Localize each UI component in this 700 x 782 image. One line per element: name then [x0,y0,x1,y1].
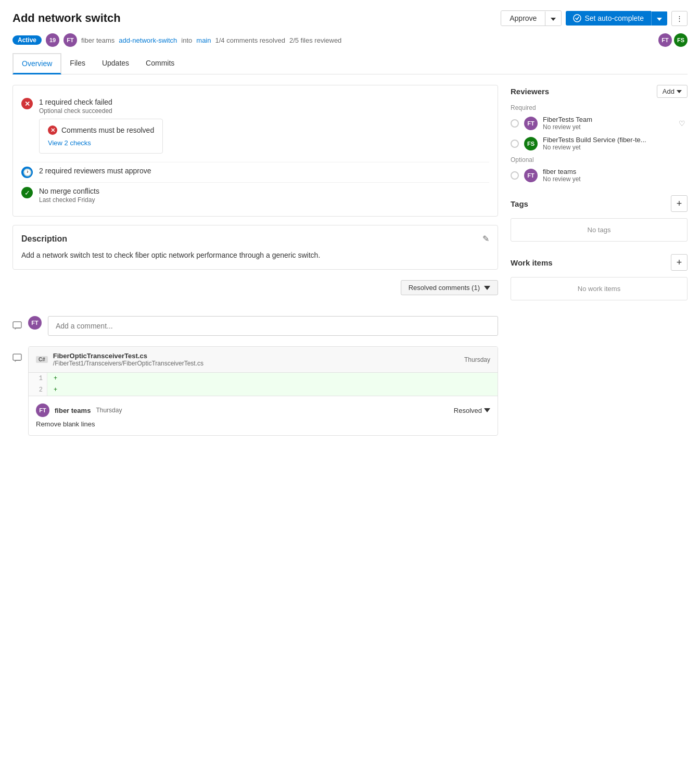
file-path: /FiberTest1/Transceivers/FiberOpticTrans… [53,360,203,367]
subtitle-bar: Active 19 FT fiber teams add-network-swi… [12,33,688,47]
avatar-group-right: FT FS [658,33,688,47]
resolved-comments-button[interactable]: Resolved comments (1) [401,280,498,295]
comments-resolved: 1/4 comments resolved [215,36,285,44]
add-reviewer-label: Add [663,87,674,95]
autocomplete-dropdown-button[interactable] [651,11,667,26]
code-line-2: 2 + [29,384,498,396]
tags-title: Tags [511,199,528,208]
into-text: into [181,36,192,44]
comment-section: FT [12,316,498,336]
reviewer-comment: FT fiber teams Thursday Resolved Remove … [29,396,498,435]
reviewer-avatar-ft-opt: FT [524,169,538,182]
reviewer-3-name: fiber teams [543,168,688,175]
reviewer-avatar: FT [36,403,49,417]
add-tag-button[interactable]: + [671,195,688,212]
autocomplete-label: Set auto-complete [584,14,644,22]
avatar-fs-right: FS [674,33,688,47]
reviewer-3-status: No review yet [543,175,688,183]
code-lines: 1 + 2 + [29,373,498,396]
status-badge: Active [12,35,42,45]
reviewer-info-2: FiberTests Build Service (fiber-te... No… [543,136,688,151]
line-content-1: + [47,373,498,384]
reviewer-item-fibertests-team: FT FiberTests Team No review yet ♡ [511,116,688,131]
reviewer-2-name: FiberTests Build Service (fiber-te... [543,136,688,144]
resolved-status: Resolved [454,407,482,414]
no-work-items-text: No work items [578,285,620,293]
no-merge-title: No merge conflicts [39,187,99,195]
code-line-1: 1 + [29,373,498,384]
more-options-button[interactable]: ⋮ [671,11,688,26]
approve-button-group: Approve [501,10,562,26]
no-tags-text: No tags [588,226,611,234]
resolved-badge[interactable]: Resolved [454,407,490,414]
autocomplete-button-group: Set auto-complete [566,11,667,26]
branch-into-link[interactable]: main [196,36,211,44]
work-items-section: Work items + No work items [511,254,688,300]
approve-dropdown-button[interactable] [545,11,561,26]
reviewers-section: Reviewers Add Required FT FiberTests Tea… [511,85,688,183]
avatar-ft-right: FT [658,33,672,47]
tab-updates[interactable]: Updates [94,54,137,74]
comment-side-icon [12,321,22,332]
error-icon: ✕ [21,98,33,109]
file-date: Thursday [464,356,490,363]
tab-commits[interactable]: Commits [137,54,183,74]
reviewer-info-1: FiberTests Team No review yet [543,116,671,131]
reviewer-badge-icon-1: ♡ [676,118,688,129]
comment-input[interactable] [48,316,498,336]
reviewer-date: Thursday [96,407,122,414]
status-reviewers: 🕐 2 required reviewers must approve [21,162,489,182]
file-comment-header: C# FiberOpticTransceiverTest.cs /FiberTe… [29,347,498,373]
reviewer-1-name: FiberTests Team [543,116,671,123]
status-card: ✕ 1 required check failed Optional check… [12,85,498,217]
line-content-2: + [47,384,498,396]
page-title: Add network switch [12,11,121,25]
reviewers-title: 2 required reviewers must approve [39,167,151,175]
add-reviewer-button[interactable]: Add [657,85,688,98]
description-body: Add a network switch test to check fiber… [21,250,489,261]
comment-author-avatar: FT [28,316,42,330]
reviewer-radio-3 [511,171,519,180]
tags-area: No tags [511,218,688,242]
approve-main-button[interactable]: Approve [501,11,545,26]
tab-overview[interactable]: Overview [12,53,61,74]
comments-resolve-text: Comments must be resolved [61,126,154,134]
tab-files[interactable]: Files [61,54,94,74]
status-no-merge: ✓ No merge conflicts Last checked Friday [21,182,489,208]
reviewer-radio-1 [511,119,519,128]
view-checks-link[interactable]: View 2 checks [48,139,91,147]
svg-rect-1 [13,322,21,328]
status-check-failed: ✕ 1 required check failed Optional check… [21,94,489,162]
check-failed-sub: Optional check succeeded [39,107,163,115]
edit-icon[interactable]: ✎ [482,234,489,244]
reviewer-item-fiber-teams: FT fiber teams No review yet [511,168,688,183]
add-work-item-button[interactable]: + [671,254,688,271]
line-num-1: 1 [29,373,47,384]
reviewer-avatar-ft: FT [524,117,538,130]
tab-bar: Overview Files Updates Commits [12,53,688,74]
description-card: Description ✎ Add a network switch test … [12,225,498,270]
work-items-area: No work items [511,277,688,300]
line-num-2: 2 [29,384,47,396]
reviewer-item-fibertests-build: FS FiberTests Build Service (fiber-te...… [511,136,688,151]
autocomplete-main-button[interactable]: Set auto-complete [566,11,651,26]
reviewer-avatar-fs: FS [524,137,538,150]
files-reviewed: 2/5 files reviewed [289,36,341,44]
tags-section: Tags + No tags [511,195,688,242]
author-name: fiber teams [81,36,114,44]
reviewer-info-3: fiber teams No review yet [543,168,688,183]
check-failed-title: 1 required check failed [39,98,163,106]
work-items-title: Work items [511,258,553,267]
reviewer-radio-2 [511,140,519,148]
success-icon: ✓ [21,187,33,198]
svg-rect-2 [13,354,21,360]
reviewer-1-status: No review yet [543,123,671,131]
file-comment-side-icon [12,354,22,364]
optional-label: Optional [511,156,688,163]
error-sm-icon: ✕ [48,125,57,135]
file-comment-card: C# FiberOpticTransceiverTest.cs /FiberTe… [28,346,498,436]
file-name: FiberOpticTransceiverTest.cs [53,352,203,360]
no-merge-sub: Last checked Friday [39,196,99,204]
branch-from-link[interactable]: add-network-switch [119,36,177,44]
description-title: Description [21,234,67,244]
